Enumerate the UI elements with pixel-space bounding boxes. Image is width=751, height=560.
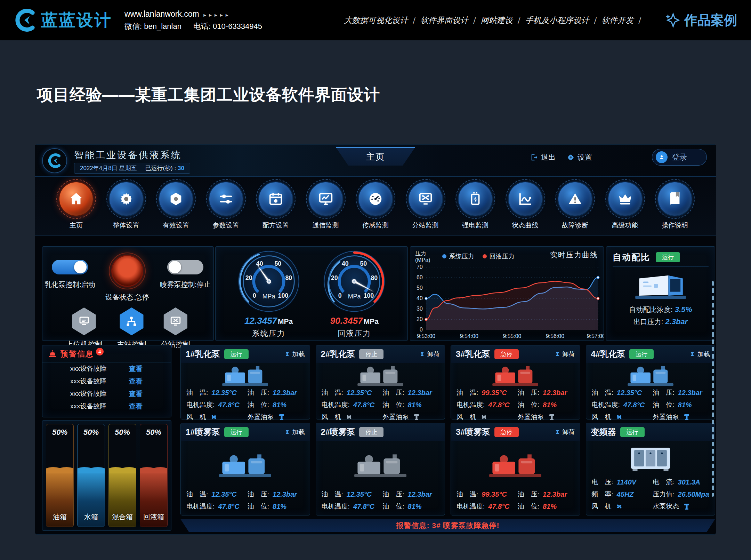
oil-pressure-value: 12.3bar	[543, 389, 567, 397]
oil-temp-value: 12.35°C	[347, 389, 372, 397]
load-button[interactable]: 卸荷	[419, 350, 440, 358]
load-button[interactable]: 卸荷	[555, 350, 575, 358]
load-button[interactable]: 加载	[284, 350, 305, 358]
topnav-item[interactable]: 网站建设	[481, 15, 525, 26]
fan-icon	[615, 502, 623, 511]
tank-label: 混合箱	[109, 512, 136, 522]
topnav-item[interactable]: 软件界面设计	[420, 15, 481, 26]
nav-item[interactable]: 配方设置	[253, 182, 299, 235]
svg-text:40: 40	[342, 260, 349, 267]
auto-ratio-status-badge: 运行	[656, 252, 680, 262]
svg-text:50: 50	[274, 260, 281, 267]
nav-item[interactable]: 传感监测	[353, 182, 398, 235]
svg-text:100: 100	[278, 292, 288, 299]
fan-icon	[345, 413, 353, 421]
nav-item[interactable]: 操作说明	[652, 182, 698, 235]
pressure-line-chart: 70605040302009:53:009:54:009:55:009:56:0…	[410, 264, 604, 342]
site-url[interactable]: www.lanlanwork.com	[124, 9, 199, 18]
spray-pump-card: 3#喷雾泵 急停 卸荷 油 温:99.35°C 油 压:12.3bar 电机温度…	[451, 423, 580, 515]
sliders-icon	[218, 191, 234, 207]
hourglass-icon	[284, 428, 290, 436]
load-button[interactable]: 加载	[689, 350, 710, 358]
nav-item[interactable]: 有效设置	[153, 182, 199, 235]
emulsion-pump-toggle[interactable]	[52, 260, 88, 274]
tank: 50% 回液箱	[140, 424, 168, 527]
system-pressure-value: 12.3457	[244, 315, 277, 326]
topnav-item[interactable]: 手机及小程序设计	[525, 15, 602, 26]
device-status-label: 设备状态:急停	[98, 293, 157, 302]
x-tick: 9:56:00	[546, 334, 564, 339]
site-header: 蓝蓝设计 www.lanlanwork.com►►►►► 微信: ben_lan…	[0, 0, 751, 40]
tab-home[interactable]: 主页	[336, 147, 415, 166]
oil-pressure-value: 12.3bar	[408, 389, 432, 397]
control-hex-button[interactable]: 分站控制	[161, 307, 190, 349]
spray-pump-toggle[interactable]	[167, 260, 203, 274]
nav-item[interactable]: 强电监测	[452, 182, 498, 235]
motor-temp-value: 47.8°C	[353, 401, 374, 409]
home-icon	[68, 191, 84, 207]
pump-machine-image	[216, 451, 274, 480]
nav-item-label: 参数设置	[203, 221, 249, 230]
motor-temp-value: 47.8°C	[488, 503, 509, 511]
pump-card-title: 4#乳化泵	[591, 349, 625, 360]
arrows-decoration: ►►►►►	[203, 13, 230, 18]
alarm-message: 报警信息: 3# 喷雾泵故障急停!	[396, 521, 499, 530]
nav-item[interactable]: 状态曲线	[502, 182, 548, 235]
view-link[interactable]: 查看	[129, 389, 143, 399]
nav-item[interactable]: 高级功能	[602, 182, 648, 235]
control-hex-button[interactable]: 上位机控制	[66, 307, 102, 349]
outlet-pressure-label: 出口压力:	[633, 318, 663, 326]
topnav-item[interactable]: 大数据可视化设计	[344, 15, 420, 26]
recipe-icon	[268, 191, 284, 207]
svg-text:20: 20	[245, 274, 252, 281]
nav-item[interactable]: 参数设置	[203, 182, 249, 235]
status-badge: 运行	[224, 427, 249, 437]
site-logo[interactable]: 蓝蓝设计	[14, 9, 112, 32]
login-button[interactable]: 登录	[652, 149, 707, 166]
nav-item[interactable]: 分站监测	[403, 182, 449, 235]
inverter-card: 变频器 运行 电 压:1140V 电 流:301.3A 频 率:45HZ 压力值…	[586, 423, 716, 515]
lanlan-logo-icon	[14, 9, 37, 32]
nav-item-label: 通信监测	[303, 221, 349, 230]
load-button[interactable]: 卸荷	[555, 428, 575, 436]
load-button[interactable]: 加载	[284, 428, 305, 436]
tank: 50% 混合箱	[108, 424, 136, 527]
sensor-monitor-icon	[368, 191, 383, 207]
tank-label: 油箱	[46, 512, 73, 522]
oil-level-value: 81%	[678, 401, 692, 409]
svg-text:80: 80	[371, 274, 378, 281]
status-badge: 运行	[629, 349, 654, 359]
logout-button[interactable]: 退出	[530, 152, 556, 162]
nav-item[interactable]: 整体设置	[103, 182, 149, 235]
tank-percent: 50%	[109, 428, 136, 437]
topnav-item[interactable]: 软件开发	[601, 15, 646, 26]
nav-item[interactable]: 通信监测	[303, 182, 349, 235]
comm-monitor-icon	[318, 191, 334, 207]
portfolio-link[interactable]: 作品案例	[664, 11, 737, 29]
nav-item[interactable]: 主页	[53, 182, 99, 235]
pump-icon	[548, 413, 556, 421]
view-link[interactable]: 查看	[129, 364, 143, 374]
control-panel: 乳化泵控制:启动 设备状态:急停 喷雾泵控制:停止	[42, 246, 214, 341]
oil-level-value: 81%	[273, 503, 286, 511]
emergency-stop-button[interactable]	[111, 255, 143, 287]
hourglass-icon	[555, 350, 560, 358]
nav-item[interactable]: 故障诊断	[552, 182, 598, 235]
status-badge: 急停	[494, 349, 519, 359]
wechat-contact: 微信: ben_lanlan	[124, 21, 181, 32]
fan-icon	[615, 413, 623, 421]
chart-title: 实时压力曲线	[550, 250, 598, 260]
nav-item-label: 操作说明	[652, 221, 698, 230]
system-pressure-label: 系统压力	[236, 328, 301, 339]
y-tick: 0	[420, 327, 423, 333]
pressure-chart-panel: 压力(MPa) 系统压力 回液压力 实时压力曲线 70605040302009:…	[410, 246, 604, 341]
dashboard-nav: 主页 整体设置 有效设置	[35, 177, 716, 236]
fan-icon	[210, 413, 218, 421]
oil-pressure-value: 12.3bar	[273, 389, 297, 397]
view-link[interactable]: 查看	[129, 377, 143, 386]
control-hex-button[interactable]: 主站控制	[117, 307, 146, 349]
lanlan-logo-icon	[47, 153, 62, 168]
settings-button[interactable]: 设置	[567, 152, 592, 162]
dashboard-header: 智能工业设备供液系统 2022年4月8日 星期五 已运行(秒) : 30 主页 …	[35, 145, 716, 177]
view-link[interactable]: 查看	[129, 402, 143, 411]
